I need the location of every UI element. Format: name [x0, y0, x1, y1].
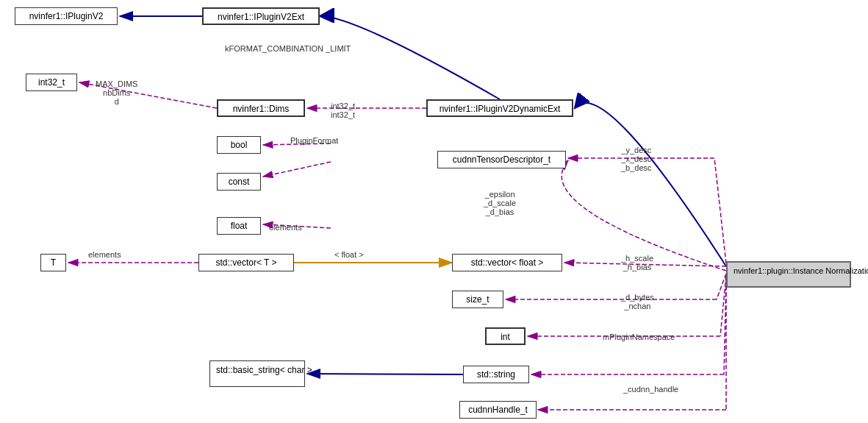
label-elements-float: elements: [269, 223, 302, 232]
diagram-container: nvinfer1::IPluginV2 nvinfer1::IPluginV2E…: [0, 0, 868, 423]
node-main-plugin: nvinfer1::plugin::Instance Normalization…: [726, 261, 851, 288]
node-std-basic-string: std::basic_string< char >: [209, 360, 305, 387]
label-maxdims: MAX_DIMSnbDimsd: [96, 79, 137, 106]
node-nvinfer1-ipluginv2: nvinfer1::IPluginV2: [15, 7, 118, 25]
node-cudnn-tensor-descriptor: cudnnTensorDescriptor_t: [437, 151, 566, 168]
label-kformat: kFORMAT_COMBINATION _LIMIT: [225, 44, 351, 53]
node-nvinfer1-ipluginv2dynamicext: nvinfer1::IPluginV2DynamicExt: [426, 99, 573, 117]
node-bool: bool: [217, 136, 261, 154]
node-std-vector-t: std::vector< T >: [198, 254, 294, 271]
node-int32t: int32_t: [26, 74, 77, 91]
node-std-string: std::string: [463, 366, 529, 383]
node-nvinfer1-dims: nvinfer1::Dims: [217, 99, 305, 117]
label-float-template: < float >: [334, 250, 364, 259]
svg-line-20: [307, 374, 463, 374]
label-cudnn-handle: _cudnn_handle: [623, 385, 678, 394]
svg-line-14: [714, 158, 726, 263]
node-cudnn-handle-t: cudnnHandle_t: [459, 401, 537, 419]
label-mpluginnamespace: mPluginNamespace: [603, 333, 675, 341]
node-size-t: size_t: [452, 291, 503, 308]
node-float: float: [217, 217, 261, 235]
svg-line-18: [720, 276, 726, 336]
svg-line-21: [724, 280, 726, 374]
label-pluginformat: PluginFormat: [290, 136, 338, 145]
node-std-vector-float: std::vector< float >: [452, 254, 562, 271]
label-elements-t: elements: [88, 250, 121, 259]
svg-line-9: [263, 162, 331, 177]
label-y-desc: _y_desc_x_desc_b_desc: [621, 146, 652, 172]
node-nvinfer1-ipluginv2ext: nvinfer1::IPluginV2Ext: [202, 7, 320, 25]
node-int: int: [485, 327, 526, 345]
label-d-bytes: _d_bytes_nchan: [621, 293, 654, 310]
label-int32t-x2: int32_tint32_t: [331, 102, 355, 119]
diagram-arrows: [0, 0, 868, 423]
label-h-scale: _h_scale_h_bias: [621, 254, 653, 271]
svg-line-16: [717, 274, 726, 299]
node-t: T: [40, 254, 66, 271]
label-epsilon: _epsilon_d_scale_d_bias: [484, 190, 516, 216]
node-const: const: [217, 173, 261, 191]
